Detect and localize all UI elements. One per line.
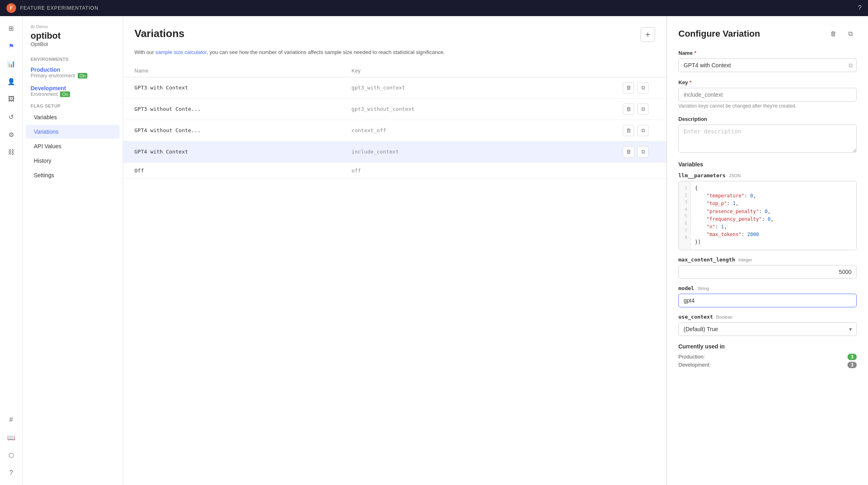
var-item-use-context-header: use_context Boolean xyxy=(678,314,857,320)
var-item-max-content: max_content_length Integer xyxy=(678,257,857,279)
configure-header: Configure Variation 🗑 ⧉ xyxy=(678,27,857,40)
sidebar-item-history[interactable]: History xyxy=(26,154,120,168)
currently-used-title: Currently used in xyxy=(678,343,857,350)
nav-docs[interactable]: 📖 xyxy=(4,430,19,445)
variation-row-off[interactable]: Off off xyxy=(123,163,666,179)
var-key-gpt3-context: gpt3_with_context xyxy=(351,85,623,91)
nav-network[interactable]: ⬡ xyxy=(4,448,19,462)
sidebar-item-variations[interactable]: Variations xyxy=(26,125,120,139)
key-input[interactable] xyxy=(678,88,857,102)
app-title: FEATURE EXPERIMENTATION xyxy=(20,5,858,11)
var-item-model-name: model xyxy=(678,285,694,291)
model-input[interactable] xyxy=(678,294,857,307)
copy-gpt4-no-context-button[interactable]: ⧉ xyxy=(637,125,649,136)
currently-used-section: Currently used in Production: 3 Developm… xyxy=(678,343,857,368)
used-development: Development: 3 xyxy=(678,362,857,368)
nav-help[interactable]: ? xyxy=(4,466,19,480)
variation-row-gpt4-no-context[interactable]: GPT4 without Conte... context_off 🗑 ⧉ xyxy=(123,120,666,141)
copy-variation-button[interactable]: ⧉ xyxy=(844,27,857,40)
variation-row-gpt3-no-context[interactable]: GPT3 without Conte... gpt3_without_conte… xyxy=(123,99,666,120)
var-name-gpt3-context: GPT3 with Context xyxy=(134,85,351,91)
variations-table: GPT3 with Context gpt3_with_context 🗑 ⧉ … xyxy=(123,77,666,485)
var-actions-gpt3-no-context: 🗑 ⧉ xyxy=(623,104,655,115)
col-name-header: Name xyxy=(134,68,351,74)
main-content: Variations + With our sample size calcul… xyxy=(123,16,868,485)
nav-flag[interactable]: ⚑ xyxy=(4,39,19,53)
var-name-gpt4-no-context: GPT4 without Conte... xyxy=(134,127,351,133)
used-production-label: Production: xyxy=(678,354,705,360)
name-field-group: Name * ⧉ xyxy=(678,50,857,72)
nav-settings[interactable]: ⚙ xyxy=(4,127,19,142)
variations-header: Variations + xyxy=(123,16,666,48)
calculator-link[interactable]: sample size calculator xyxy=(155,49,207,55)
var-name-off: Off xyxy=(134,168,351,174)
var-name-gpt4-context: GPT4 with Context xyxy=(134,149,351,155)
topbar-help-icon[interactable]: ? xyxy=(858,4,862,12)
name-required: * xyxy=(694,50,696,56)
topbar: F FEATURE EXPERIMENTATION ? xyxy=(0,0,868,16)
col-actions-header xyxy=(623,68,655,74)
var-item-use-context: use_context Boolean (Default) True True … xyxy=(678,314,857,336)
project-sub: OptiBot xyxy=(31,41,115,47)
sidebar-item-production[interactable]: Production Primary environment On xyxy=(23,63,123,82)
var-key-gpt4-context: include_context xyxy=(351,149,623,155)
var-item-use-context-type: Boolean xyxy=(716,315,732,319)
name-copy-icon[interactable]: ⧉ xyxy=(849,62,853,69)
key-required: * xyxy=(690,79,692,85)
nav-users[interactable]: 👤 xyxy=(4,74,19,89)
development-sub: Environment On xyxy=(31,91,115,97)
delete-gpt4-no-context-button[interactable]: 🗑 xyxy=(623,125,634,136)
var-item-max-content-type: Integer xyxy=(738,257,752,262)
production-sub: Primary environment On xyxy=(31,73,115,79)
variables-section: Variables llm__parameters JSON 12345678 … xyxy=(678,161,857,336)
sidebar-item-api-values[interactable]: API Values xyxy=(26,139,120,153)
sidebar-item-settings[interactable]: Settings xyxy=(26,168,120,182)
development-badge: On xyxy=(60,91,70,97)
sidebar-item-variables[interactable]: Variables xyxy=(26,110,120,124)
name-input[interactable] xyxy=(678,58,857,72)
var-item-llm-name: llm__parameters xyxy=(678,172,725,178)
code-content: { "temperature": 0, "top_p": 1, "presenc… xyxy=(691,181,856,250)
key-hint: Variation keys cannot be changed after t… xyxy=(678,103,857,109)
delete-gpt4-context-button[interactable]: 🗑 xyxy=(623,146,634,158)
var-key-gpt4-no-context: context_off xyxy=(351,127,623,133)
description-input[interactable] xyxy=(678,124,857,153)
var-item-model-type: String xyxy=(697,286,709,291)
delete-variation-button[interactable]: 🗑 xyxy=(827,27,840,40)
delete-gpt3-no-context-button[interactable]: 🗑 xyxy=(623,104,634,115)
code-lines: 12345678 { "temperature": 0, "top_p": 1,… xyxy=(679,181,856,250)
key-label: Key * xyxy=(678,79,857,85)
copy-gpt3-context-button[interactable]: ⧉ xyxy=(637,82,649,93)
variations-description: With our sample size calculator, you can… xyxy=(123,48,666,64)
add-variation-button[interactable]: + xyxy=(641,27,655,42)
nav-integrations[interactable]: ⛓ xyxy=(4,145,19,160)
var-item-max-content-header: max_content_length Integer xyxy=(678,257,857,263)
nav-grid[interactable]: ⊞ xyxy=(4,21,19,35)
copy-gpt4-context-button[interactable]: ⧉ xyxy=(637,146,649,158)
llm-parameters-editor[interactable]: 12345678 { "temperature": 0, "top_p": 1,… xyxy=(678,181,857,250)
sidebar-project: AI Demo optibot OptiBot xyxy=(23,24,123,54)
configure-panel: Configure Variation 🗑 ⧉ Name * ⧉ xyxy=(667,16,868,485)
use-context-select[interactable]: (Default) True True False xyxy=(678,322,857,336)
used-development-badge: 3 xyxy=(847,362,857,368)
nav-hash[interactable]: # xyxy=(4,412,19,427)
variations-panel: Variations + With our sample size calcul… xyxy=(123,16,667,485)
delete-gpt3-context-button[interactable]: 🗑 xyxy=(623,82,634,93)
sidebar: AI Demo optibot OptiBot Environments Pro… xyxy=(23,16,123,485)
description-label: Description xyxy=(678,116,857,122)
variation-row-gpt4-context[interactable]: GPT4 with Context include_context 🗑 ⧉ xyxy=(123,141,666,163)
key-field-group: Key * Variation keys cannot be changed a… xyxy=(678,79,857,109)
project-label: AI Demo xyxy=(31,24,115,29)
copy-gpt3-no-context-button[interactable]: ⧉ xyxy=(637,104,649,115)
nav-history[interactable]: ↺ xyxy=(4,110,19,124)
used-production-badge: 3 xyxy=(847,354,857,360)
max-content-length-input[interactable] xyxy=(678,265,857,279)
nav-analytics[interactable]: 📊 xyxy=(4,56,19,71)
nav-media[interactable]: 🖼 xyxy=(4,92,19,106)
name-input-wrapper: ⧉ xyxy=(678,58,857,72)
var-item-llm-parameters: llm__parameters JSON 12345678 { "tempera… xyxy=(678,172,857,250)
line-numbers: 12345678 xyxy=(679,181,691,250)
variation-row-gpt3-context[interactable]: GPT3 with Context gpt3_with_context 🗑 ⧉ xyxy=(123,77,666,99)
sidebar-item-development[interactable]: Development Environment On xyxy=(23,82,123,100)
var-item-model: model String xyxy=(678,285,857,307)
